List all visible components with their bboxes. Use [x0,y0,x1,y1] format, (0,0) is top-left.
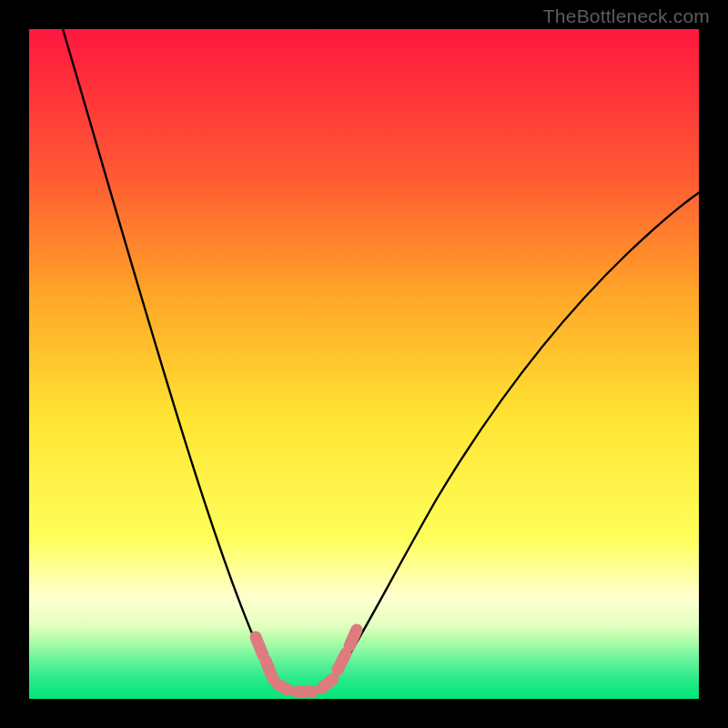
chart-container: TheBottleneck.com [0,0,728,728]
svg-line-2 [278,684,288,690]
watermark-text: TheBottleneck.com [543,5,710,27]
svg-line-1 [266,661,273,679]
svg-line-6 [349,630,357,646]
svg-line-0 [256,637,263,655]
svg-line-5 [338,653,346,670]
svg-line-4 [322,679,333,688]
plot-area [29,29,699,699]
bottleneck-chart [0,0,728,728]
